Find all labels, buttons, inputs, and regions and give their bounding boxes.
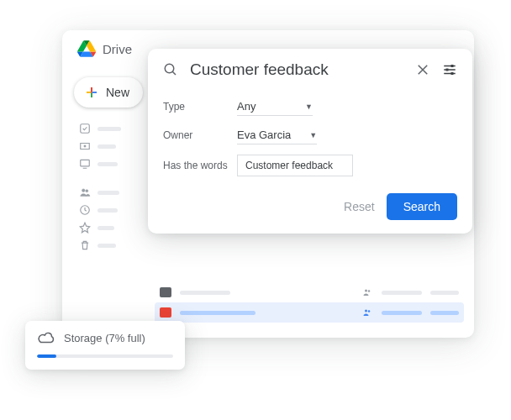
reset-button[interactable]: Reset — [344, 193, 375, 220]
computer-icon — [79, 158, 91, 170]
drive-logo-icon — [77, 40, 96, 57]
check-square-icon — [79, 123, 91, 134]
file-list — [160, 282, 459, 323]
nav-item-trash[interactable] — [79, 239, 121, 251]
search-actions: Reset Search — [163, 176, 457, 220]
filter-sliders-icon[interactable] — [442, 62, 457, 77]
svg-point-6 — [365, 290, 367, 292]
drive-small-icon — [79, 140, 91, 152]
file-row-selected[interactable] — [155, 302, 464, 323]
storage-progress-fill — [37, 354, 56, 358]
filter-type-value: Any — [237, 100, 256, 113]
new-button[interactable]: New — [74, 77, 143, 108]
nav-item-starred[interactable] — [79, 222, 121, 234]
storage-label: Storage (7% full) — [64, 332, 145, 344]
storage-progress — [37, 354, 173, 358]
filter-type-row: Type Any ▼ — [163, 97, 457, 116]
svg-point-7 — [368, 290, 371, 292]
svg-point-3 — [82, 189, 86, 192]
nav-list — [71, 123, 121, 251]
filter-type-label: Type — [163, 101, 229, 113]
svg-point-9 — [368, 310, 371, 312]
filter-owner-dropdown[interactable]: Eva Garcia ▼ — [237, 126, 317, 144]
svg-point-10 — [165, 64, 174, 73]
search-icon[interactable] — [163, 62, 178, 77]
app-title: Drive — [103, 42, 132, 56]
sidebar: New — [71, 77, 151, 251]
svg-rect-12 — [446, 69, 449, 71]
filter-haswords-label: Has the words — [163, 160, 229, 171]
search-button[interactable]: Search — [387, 193, 457, 220]
search-panel: Type Any ▼ Owner Eva Garcia ▼ Has the wo… — [148, 49, 472, 234]
filter-type-dropdown[interactable]: Any ▼ — [237, 97, 313, 116]
people-icon — [361, 307, 373, 318]
search-input[interactable] — [190, 60, 403, 79]
filter-owner-label: Owner — [163, 129, 229, 141]
people-icon — [79, 186, 91, 198]
image-file-icon — [160, 307, 171, 318]
filter-haswords-input[interactable] — [237, 155, 353, 176]
filter-owner-value: Eva Garcia — [237, 129, 291, 141]
filter-haswords-row: Has the words — [163, 155, 457, 176]
svg-point-4 — [86, 190, 88, 192]
filter-owner-row: Owner Eva Garcia ▼ — [163, 126, 457, 144]
svg-rect-13 — [451, 72, 454, 75]
plus-icon — [84, 85, 99, 100]
star-icon — [79, 222, 91, 234]
svg-point-1 — [84, 145, 86, 147]
filter-rows: Type Any ▼ Owner Eva Garcia ▼ Has the wo… — [163, 86, 457, 176]
file-row[interactable] — [160, 282, 459, 302]
trash-icon — [79, 239, 91, 251]
close-icon[interactable] — [415, 62, 430, 77]
nav-item-shared[interactable] — [79, 186, 121, 198]
people-icon — [361, 287, 373, 297]
storage-top: Storage (7% full) — [37, 331, 173, 344]
svg-rect-2 — [81, 160, 90, 166]
folder-icon — [160, 287, 171, 297]
svg-rect-11 — [451, 65, 454, 67]
nav-item-computers[interactable] — [79, 158, 121, 170]
clock-icon — [79, 204, 91, 216]
svg-point-8 — [365, 310, 367, 312]
chevron-down-icon: ▼ — [309, 131, 317, 139]
chevron-down-icon: ▼ — [305, 102, 313, 111]
new-button-label: New — [106, 86, 129, 99]
nav-item-mydrive[interactable] — [79, 140, 121, 152]
cloud-icon — [37, 331, 55, 344]
nav-item-priority[interactable] — [79, 123, 121, 134]
svg-rect-0 — [81, 124, 90, 134]
search-bar — [163, 60, 457, 86]
storage-callout[interactable]: Storage (7% full) — [25, 321, 185, 370]
nav-item-recent[interactable] — [79, 204, 121, 216]
